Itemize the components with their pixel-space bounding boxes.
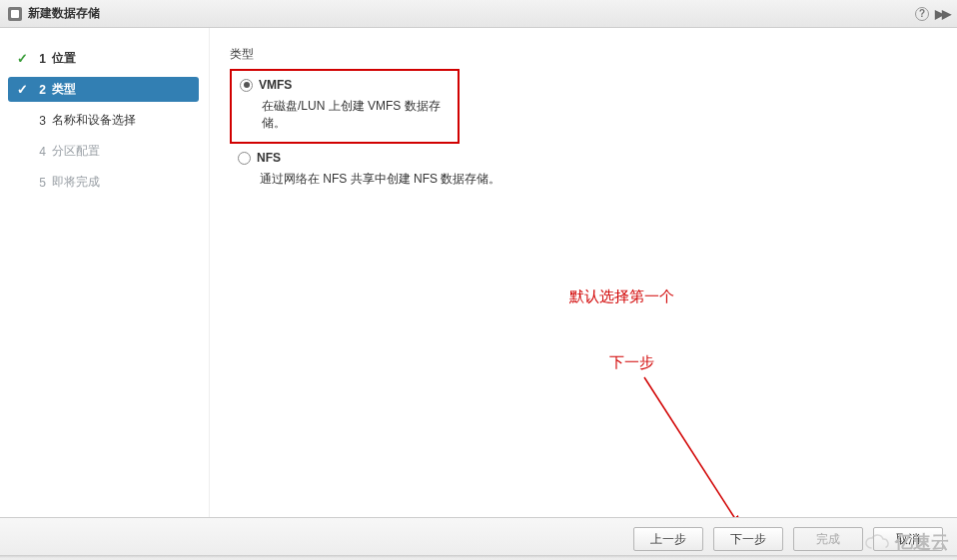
radio-label: VMFS xyxy=(259,78,292,92)
step-label: 即将完成 xyxy=(52,174,100,191)
wizard-sidebar: ✓ 1 位置 ✓ 2 类型 ✓ 3 名称和设备选择 ✓ 4 分区配置 ✓ 5 即… xyxy=(0,28,210,517)
step-number: 5 xyxy=(34,176,46,190)
window-title: 新建数据存储 xyxy=(28,5,100,22)
app-icon xyxy=(8,7,22,21)
radio-label: NFS xyxy=(257,151,281,165)
wizard-step-partition: ✓ 4 分区配置 xyxy=(0,139,209,164)
back-button[interactable]: 上一步 xyxy=(633,527,703,551)
annotation-default-first: 默认选择第一个 xyxy=(569,287,674,306)
cancel-button[interactable]: 取消 xyxy=(873,527,943,551)
collapse-icon[interactable]: ▶▶ xyxy=(935,7,949,21)
check-icon: ✓ xyxy=(14,51,30,66)
next-button[interactable]: 下一步 xyxy=(713,527,783,551)
wizard-step-finish: ✓ 5 即将完成 xyxy=(0,170,209,195)
radio-icon xyxy=(238,152,251,165)
step-label: 分区配置 xyxy=(52,143,100,160)
radio-description: 通过网络在 NFS 共享中创建 NFS 数据存储。 xyxy=(260,171,519,188)
step-number: 3 xyxy=(34,114,46,128)
radio-description: 在磁盘/LUN 上创建 VMFS 数据存储。 xyxy=(262,98,448,132)
radio-icon xyxy=(240,79,253,92)
step-label: 位置 xyxy=(52,50,76,67)
finish-button: 完成 xyxy=(793,527,863,551)
help-icon[interactable]: ? xyxy=(915,7,929,21)
svg-line-0 xyxy=(644,377,739,525)
step-number: 1 xyxy=(34,52,46,66)
check-icon: ✓ xyxy=(14,82,30,97)
step-number: 4 xyxy=(34,145,46,159)
wizard-footer: 上一步 下一步 完成 取消 xyxy=(0,517,957,560)
radio-option-vmfs[interactable]: VMFS xyxy=(240,78,448,92)
annotation-highlight-vmfs: VMFS 在磁盘/LUN 上创建 VMFS 数据存储。 xyxy=(230,69,460,144)
titlebar: 新建数据存储 ? ▶▶ xyxy=(0,0,957,28)
step-number: 2 xyxy=(34,83,46,97)
wizard-step-name-device[interactable]: ✓ 3 名称和设备选择 xyxy=(0,108,209,133)
step-label: 类型 xyxy=(52,81,76,98)
radio-option-nfs[interactable]: NFS xyxy=(238,151,519,165)
wizard-step-location[interactable]: ✓ 1 位置 xyxy=(0,46,209,71)
annotation-next-hint: 下一步 xyxy=(609,353,654,372)
wizard-step-type[interactable]: ✓ 2 类型 xyxy=(8,77,199,102)
section-label: 类型 xyxy=(230,46,937,63)
wizard-content: 类型 VMFS 在磁盘/LUN 上创建 VMFS 数据存储。 NFS 通过网络在… xyxy=(210,28,957,517)
step-label: 名称和设备选择 xyxy=(52,112,136,129)
footer-shadow xyxy=(0,555,957,558)
